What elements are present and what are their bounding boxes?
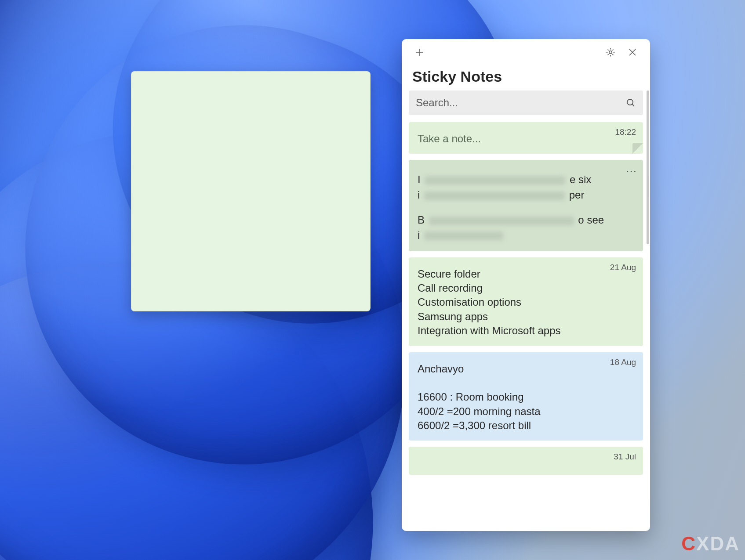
watermark-text: XDA — [696, 533, 740, 554]
search-icon — [625, 98, 636, 108]
note-body: Anchavyo 16600 : Room booking 400/2 =200… — [418, 362, 634, 433]
plus-icon — [414, 47, 425, 58]
close-icon — [627, 47, 638, 58]
sticky-notes-window: Sticky Notes Search... 18:22 Take a note… — [402, 39, 650, 531]
note-placeholder: Take a note... — [418, 132, 634, 146]
page-fold-icon — [632, 143, 643, 154]
open-sticky-note[interactable] — [131, 71, 371, 311]
note-timestamp: 18 Aug — [610, 357, 636, 368]
note-card[interactable]: 31 Jul — [409, 447, 643, 475]
note-card[interactable]: 18 Aug Anchavyo 16600 : Room booking 400… — [409, 352, 643, 441]
watermark: CXDA — [681, 533, 740, 555]
scrollbar[interactable] — [647, 90, 649, 244]
new-note-button[interactable] — [410, 43, 429, 62]
notes-list: 18:22 Take a note... ··· I e six i pe — [409, 122, 643, 475]
search-placeholder: Search... — [416, 97, 621, 109]
gear-icon — [605, 47, 616, 58]
svg-point-1 — [627, 99, 633, 105]
svg-point-0 — [609, 51, 612, 54]
note-timestamp: 21 Aug — [610, 262, 636, 273]
note-card-new[interactable]: 18:22 Take a note... — [409, 122, 643, 154]
titlebar — [402, 39, 650, 65]
close-button[interactable] — [623, 43, 642, 62]
note-body: Secure folder Call recording Customisati… — [418, 267, 634, 338]
watermark-prefix: C — [681, 533, 696, 554]
settings-button[interactable] — [601, 43, 620, 62]
note-timestamp: 18:22 — [615, 126, 636, 138]
note-menu-button[interactable]: ··· — [626, 163, 637, 179]
redacted-body: I e six i per B o see — [418, 172, 634, 243]
note-card[interactable]: 21 Aug Secure folder Call recording Cust… — [409, 257, 643, 346]
note-timestamp: 31 Jul — [614, 451, 636, 462]
search-input[interactable]: Search... — [409, 90, 643, 115]
app-title: Sticky Notes — [402, 65, 650, 90]
note-card-selected[interactable]: ··· I e six i per B — [409, 160, 643, 251]
